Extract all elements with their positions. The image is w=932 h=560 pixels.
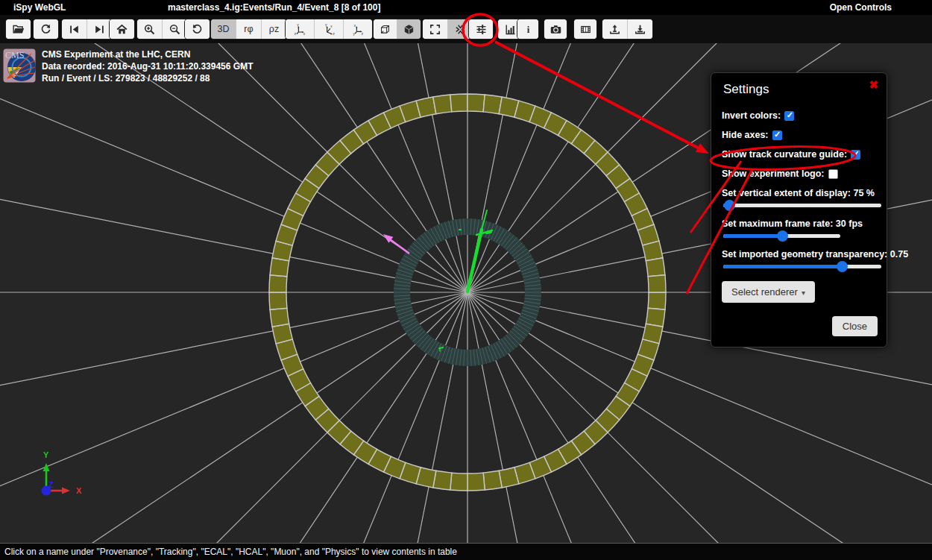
experiment-logo-checkbox[interactable] [828, 169, 838, 179]
hide-axes-checkbox[interactable] [772, 130, 782, 140]
svg-text:x: x [303, 32, 305, 36]
zoom-in-button[interactable] [137, 19, 162, 39]
phi-grid-line [0, 292, 467, 543]
view-rphi-button[interactable]: rφ [236, 19, 261, 39]
select-renderer-button[interactable]: Select renderer▾ [722, 281, 815, 303]
previous-event-button[interactable] [62, 19, 86, 39]
ecal-segment [270, 308, 289, 327]
phi-grid-line [211, 292, 467, 543]
animation-button[interactable] [574, 19, 596, 39]
event-info-line1: CMS Experiment at the LHC, CERN [42, 48, 253, 60]
title-bar: iSpy WebGL masterclass_4.ig:Events/Run_4… [0, 0, 932, 15]
fullscreen-button[interactable] [423, 19, 447, 39]
svg-text:CMS: CMS [5, 50, 24, 60]
hide-axes-row: Hide axes: [722, 130, 876, 140]
event-display-area[interactable]: YXZ CMS CMS Experiment at the LHC, CERN … [0, 43, 932, 543]
svg-text:z: z [361, 32, 363, 36]
x-axis-arrowhead [62, 488, 70, 494]
download-button[interactable] [627, 19, 652, 39]
svg-text:x: x [330, 25, 333, 28]
ecal-segment [646, 258, 665, 277]
axes-view-yx-button[interactable]: Yxz [286, 19, 314, 39]
home-view-button[interactable] [110, 19, 134, 39]
ecal-segment [433, 95, 452, 114]
axes-view-yz-button[interactable]: Yxz [314, 19, 343, 39]
phi-grid-line [336, 292, 467, 543]
ispy-webgl-app: iSpy WebGL masterclass_4.ig:Events/Run_4… [0, 0, 932, 560]
phi-grid-line [467, 292, 599, 543]
open-file-button[interactable] [6, 19, 31, 39]
ecal-segment [450, 94, 467, 112]
svg-text:y: y [353, 32, 355, 36]
settings-panel: Settings ✖ Invert colors: Hide axes: Sho… [711, 72, 887, 347]
y-axis-label: Y [43, 450, 49, 459]
vertical-extent-row: Set vertical extent of display: 75 % [722, 188, 876, 207]
open-controls-link[interactable]: Open Controls [830, 2, 892, 13]
geometry-transparency-slider[interactable] [723, 265, 881, 268]
slider-thumb[interactable] [837, 261, 848, 272]
invert-colors-row: Invert colors: [722, 110, 876, 121]
phi-grid-line [0, 292, 467, 543]
phi-grid-line [467, 43, 599, 292]
undo-rotation-button[interactable] [185, 19, 210, 39]
hide-axes-label: Hide axes: [722, 130, 769, 140]
screenshot-button[interactable] [544, 19, 567, 39]
invert-colors-label: Invert colors: [722, 110, 781, 121]
status-bar: Click on a name under "Provenance", "Tra… [0, 543, 932, 560]
upload-button[interactable] [602, 19, 627, 39]
track-curvature-checkbox[interactable] [851, 150, 860, 160]
ecal-segment [467, 94, 485, 112]
wireframe-geometry-button[interactable] [374, 19, 397, 39]
select-renderer-label: Select renderer [731, 286, 798, 298]
svg-text:x: x [353, 23, 356, 27]
vertical-extent-label: Set vertical extent of display: 75 % [722, 188, 876, 198]
event-title: masterclass_4.ig:Events/Run_4/Event_8 [8… [168, 2, 380, 13]
track-curvature-row: Show track curvature guide: [722, 149, 876, 160]
phi-grid-line [0, 292, 467, 543]
frame-rate-slider[interactable] [723, 234, 840, 238]
frame-rate-label: Set maximum frame rate: 30 fps [722, 218, 876, 229]
slider-fill [723, 234, 782, 238]
phi-grid-line [467, 292, 724, 543]
caret-down-icon: ▾ [802, 289, 805, 297]
experiment-logo-row: Show experiment logo: [722, 169, 876, 179]
cms-logo: CMS [3, 48, 36, 83]
vertical-extent-slider[interactable] [723, 204, 881, 207]
experiment-logo-label: Show experiment logo: [722, 169, 825, 179]
view-3d-button[interactable]: 3D [211, 19, 236, 39]
solid-geometry-button[interactable] [397, 19, 421, 39]
axes-view-xz-button[interactable]: xyz [343, 19, 372, 39]
slider-thumb[interactable] [777, 230, 788, 242]
ecal-segment [269, 275, 287, 292]
y-axis-arrowhead [43, 463, 50, 471]
slider-fill [723, 265, 842, 268]
view-rhoz-button[interactable]: ρz [261, 19, 286, 39]
info-button[interactable]: i [517, 19, 538, 39]
ecal-segment [450, 473, 467, 491]
close-icon[interactable]: ✖ [869, 79, 878, 90]
svg-text:z: z [333, 32, 335, 36]
svg-text:Y: Y [324, 23, 327, 27]
ecal-segment [648, 275, 666, 292]
next-event-button[interactable] [86, 19, 112, 39]
event-info-block: CMS Experiment at the LHC, CERN Data rec… [42, 48, 253, 84]
ecal-segment [648, 292, 666, 309]
close-button[interactable]: Close [832, 316, 878, 336]
event-info-line2: Data recorded: 2016-Aug-31 10:11:20.3394… [42, 60, 253, 72]
slider-thumb[interactable] [724, 200, 735, 211]
zoom-out-button[interactable] [162, 19, 187, 39]
phi-grid-line [336, 43, 467, 292]
x-axis-label: X [76, 486, 82, 495]
reload-button[interactable] [34, 19, 58, 39]
svg-text:Y: Y [296, 23, 298, 27]
track-curvature-label: Show track curvature guide: [722, 149, 847, 160]
phi-grid-line [467, 43, 724, 292]
met-arrow[interactable] [390, 239, 409, 254]
track[interactable] [487, 232, 491, 233]
invert-colors-checkbox[interactable] [784, 111, 794, 121]
geometry-transparency-row: Set imported geometry transparency: 0.75 [722, 249, 876, 268]
svg-text:z: z [294, 32, 296, 36]
ecal-segment [483, 471, 502, 490]
svg-text:i: i [526, 25, 529, 35]
display-settings-button[interactable] [469, 19, 493, 39]
